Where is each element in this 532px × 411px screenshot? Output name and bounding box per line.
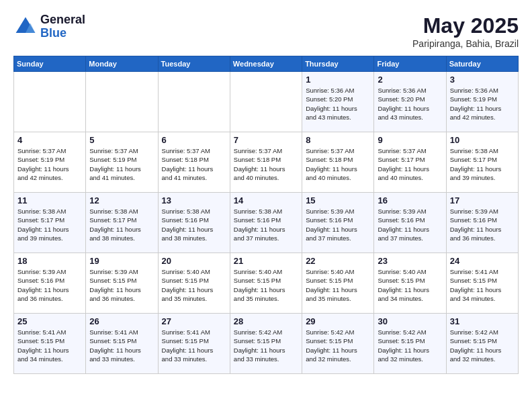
week-row-3: 11Sunrise: 5:38 AM Sunset: 5:17 PM Dayli… — [14, 193, 519, 253]
day-number: 1 — [306, 75, 370, 85]
calendar-cell — [158, 72, 230, 132]
calendar-cell: 22Sunrise: 5:40 AM Sunset: 5:15 PM Dayli… — [302, 253, 374, 314]
day-info: Sunrise: 5:40 AM Sunset: 5:15 PM Dayligh… — [162, 267, 226, 303]
calendar-cell: 2Sunrise: 5:36 AM Sunset: 5:20 PM Daylig… — [374, 72, 446, 132]
day-number: 31 — [450, 316, 515, 326]
day-number: 19 — [89, 256, 154, 266]
calendar-cell: 15Sunrise: 5:39 AM Sunset: 5:16 PM Dayli… — [302, 193, 374, 253]
day-number: 9 — [378, 135, 442, 145]
header-monday: Monday — [86, 56, 158, 72]
calendar-cell: 18Sunrise: 5:39 AM Sunset: 5:16 PM Dayli… — [14, 253, 86, 314]
day-info: Sunrise: 5:37 AM Sunset: 5:18 PM Dayligh… — [162, 146, 226, 182]
header-friday: Friday — [374, 56, 446, 72]
day-info: Sunrise: 5:38 AM Sunset: 5:16 PM Dayligh… — [162, 207, 226, 242]
header-tuesday: Tuesday — [158, 56, 230, 72]
header-sunday: Sunday — [14, 56, 86, 72]
calendar-cell: 29Sunrise: 5:42 AM Sunset: 5:15 PM Dayli… — [302, 314, 374, 374]
calendar-cell: 5Sunrise: 5:37 AM Sunset: 5:19 PM Daylig… — [86, 132, 158, 193]
day-number: 16 — [378, 195, 442, 205]
day-info: Sunrise: 5:39 AM Sunset: 5:16 PM Dayligh… — [17, 267, 82, 303]
calendar-cell: 9Sunrise: 5:37 AM Sunset: 5:17 PM Daylig… — [374, 132, 446, 193]
day-number: 4 — [17, 135, 82, 145]
day-info: Sunrise: 5:40 AM Sunset: 5:15 PM Dayligh… — [234, 267, 298, 303]
logo-icon — [13, 15, 38, 39]
calendar-cell — [230, 72, 302, 132]
day-info: Sunrise: 5:38 AM Sunset: 5:16 PM Dayligh… — [234, 207, 298, 242]
calendar-cell: 1Sunrise: 5:36 AM Sunset: 5:20 PM Daylig… — [302, 72, 374, 132]
day-info: Sunrise: 5:42 AM Sunset: 5:15 PM Dayligh… — [450, 328, 515, 363]
logo-text: General Blue — [40, 13, 85, 40]
day-number: 24 — [450, 256, 515, 266]
day-info: Sunrise: 5:41 AM Sunset: 5:15 PM Dayligh… — [450, 267, 515, 303]
logo-line1: General — [40, 13, 85, 26]
day-number: 29 — [306, 316, 370, 326]
day-number: 20 — [162, 256, 226, 266]
day-number: 27 — [162, 316, 226, 326]
header-saturday: Saturday — [446, 56, 518, 72]
day-info: Sunrise: 5:39 AM Sunset: 5:16 PM Dayligh… — [306, 207, 370, 242]
day-info: Sunrise: 5:38 AM Sunset: 5:17 PM Dayligh… — [89, 207, 154, 242]
day-info: Sunrise: 5:39 AM Sunset: 5:15 PM Dayligh… — [89, 267, 154, 303]
day-number: 11 — [17, 195, 82, 205]
calendar-cell: 3Sunrise: 5:36 AM Sunset: 5:19 PM Daylig… — [446, 72, 518, 132]
day-number: 8 — [306, 135, 370, 145]
calendar-cell: 11Sunrise: 5:38 AM Sunset: 5:17 PM Dayli… — [14, 193, 86, 253]
calendar-cell: 26Sunrise: 5:41 AM Sunset: 5:15 PM Dayli… — [86, 314, 158, 374]
calendar-cell: 27Sunrise: 5:41 AM Sunset: 5:15 PM Dayli… — [158, 314, 230, 374]
calendar-cell: 8Sunrise: 5:37 AM Sunset: 5:18 PM Daylig… — [302, 132, 374, 193]
day-number: 13 — [162, 195, 226, 205]
day-info: Sunrise: 5:36 AM Sunset: 5:20 PM Dayligh… — [378, 86, 442, 122]
logo: General Blue — [13, 13, 85, 40]
calendar-cell: 10Sunrise: 5:38 AM Sunset: 5:17 PM Dayli… — [446, 132, 518, 193]
day-info: Sunrise: 5:41 AM Sunset: 5:15 PM Dayligh… — [89, 328, 154, 363]
calendar-cell: 16Sunrise: 5:39 AM Sunset: 5:16 PM Dayli… — [374, 193, 446, 253]
day-info: Sunrise: 5:41 AM Sunset: 5:15 PM Dayligh… — [17, 328, 82, 363]
month-year: May 2025 — [412, 13, 519, 38]
day-info: Sunrise: 5:38 AM Sunset: 5:17 PM Dayligh… — [450, 146, 515, 182]
day-number: 23 — [378, 256, 442, 266]
week-row-4: 18Sunrise: 5:39 AM Sunset: 5:16 PM Dayli… — [14, 253, 519, 314]
calendar-cell: 6Sunrise: 5:37 AM Sunset: 5:18 PM Daylig… — [158, 132, 230, 193]
calendar-cell: 30Sunrise: 5:42 AM Sunset: 5:15 PM Dayli… — [374, 314, 446, 374]
calendar-cell: 4Sunrise: 5:37 AM Sunset: 5:19 PM Daylig… — [14, 132, 86, 193]
day-info: Sunrise: 5:42 AM Sunset: 5:15 PM Dayligh… — [234, 328, 298, 363]
calendar-cell: 28Sunrise: 5:42 AM Sunset: 5:15 PM Dayli… — [230, 314, 302, 374]
calendar-cell: 12Sunrise: 5:38 AM Sunset: 5:17 PM Dayli… — [86, 193, 158, 253]
day-info: Sunrise: 5:39 AM Sunset: 5:16 PM Dayligh… — [378, 207, 442, 242]
calendar-cell: 17Sunrise: 5:39 AM Sunset: 5:16 PM Dayli… — [446, 193, 518, 253]
calendar-cell — [14, 72, 86, 132]
day-number: 10 — [450, 135, 515, 145]
day-info: Sunrise: 5:42 AM Sunset: 5:15 PM Dayligh… — [306, 328, 370, 363]
calendar-cell: 31Sunrise: 5:42 AM Sunset: 5:15 PM Dayli… — [446, 314, 518, 374]
day-number: 7 — [234, 135, 298, 145]
location: Paripiranga, Bahia, Brazil — [412, 38, 519, 49]
day-info: Sunrise: 5:38 AM Sunset: 5:17 PM Dayligh… — [17, 207, 82, 242]
calendar-cell: 7Sunrise: 5:37 AM Sunset: 5:18 PM Daylig… — [230, 132, 302, 193]
day-number: 21 — [234, 256, 298, 266]
day-info: Sunrise: 5:37 AM Sunset: 5:18 PM Dayligh… — [234, 146, 298, 182]
calendar-cell: 20Sunrise: 5:40 AM Sunset: 5:15 PM Dayli… — [158, 253, 230, 314]
header-thursday: Thursday — [302, 56, 374, 72]
calendar-cell: 25Sunrise: 5:41 AM Sunset: 5:15 PM Dayli… — [14, 314, 86, 374]
day-info: Sunrise: 5:36 AM Sunset: 5:19 PM Dayligh… — [450, 86, 515, 122]
day-info: Sunrise: 5:36 AM Sunset: 5:20 PM Dayligh… — [306, 86, 370, 122]
day-number: 26 — [89, 316, 154, 326]
calendar-cell: 24Sunrise: 5:41 AM Sunset: 5:15 PM Dayli… — [446, 253, 518, 314]
calendar-cell: 14Sunrise: 5:38 AM Sunset: 5:16 PM Dayli… — [230, 193, 302, 253]
day-info: Sunrise: 5:37 AM Sunset: 5:18 PM Dayligh… — [306, 146, 370, 182]
logo-line2: Blue — [40, 26, 66, 40]
calendar-cell: 21Sunrise: 5:40 AM Sunset: 5:15 PM Dayli… — [230, 253, 302, 314]
calendar-cell: 13Sunrise: 5:38 AM Sunset: 5:16 PM Dayli… — [158, 193, 230, 253]
week-row-2: 4Sunrise: 5:37 AM Sunset: 5:19 PM Daylig… — [14, 132, 519, 193]
day-info: Sunrise: 5:40 AM Sunset: 5:15 PM Dayligh… — [306, 267, 370, 303]
day-number: 22 — [306, 256, 370, 266]
week-row-5: 25Sunrise: 5:41 AM Sunset: 5:15 PM Dayli… — [14, 314, 519, 374]
day-info: Sunrise: 5:40 AM Sunset: 5:15 PM Dayligh… — [378, 267, 442, 303]
calendar-cell — [86, 72, 158, 132]
day-number: 17 — [450, 195, 515, 205]
day-number: 12 — [89, 195, 154, 205]
day-number: 15 — [306, 195, 370, 205]
day-number: 2 — [378, 75, 442, 85]
day-number: 5 — [89, 135, 154, 145]
day-info: Sunrise: 5:37 AM Sunset: 5:17 PM Dayligh… — [378, 146, 442, 182]
